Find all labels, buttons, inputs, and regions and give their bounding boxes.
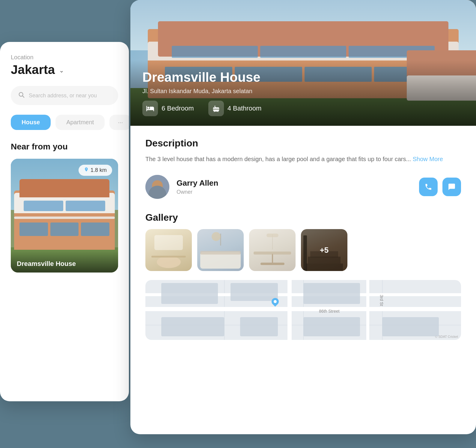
contact-buttons — [419, 178, 461, 196]
bathroom-label: 4 Bathroom — [228, 105, 262, 112]
show-more-link[interactable]: Show More — [413, 156, 443, 162]
description-text: The 3 level house that has a modern desi… — [145, 154, 461, 164]
map-street-label-1: 86th Street — [319, 309, 340, 314]
distance-text: 1.8 km — [91, 167, 107, 173]
gallery-item-3[interactable] — [249, 229, 296, 271]
gallery-grid: +5 — [145, 229, 461, 271]
distance-badge: 1.8 km — [79, 165, 112, 176]
gallery-item-1[interactable] — [145, 229, 192, 271]
left-panel: Location Jakarta ⌄ Search address, or ne… — [0, 42, 129, 401]
tab-apartment[interactable]: Apartment — [55, 115, 105, 130]
owner-info: Garry Allen Owner — [177, 178, 412, 195]
location-label: Location — [11, 54, 118, 61]
property-card[interactable]: 1.8 km Dreamsville House — [11, 159, 118, 273]
bedroom-feature: 6 Bedroom — [142, 101, 194, 116]
owner-role: Owner — [177, 189, 412, 195]
gallery-more-overlay: +5 — [301, 229, 347, 271]
gallery-item-2[interactable] — [197, 229, 244, 271]
right-content: Description The 3 level house that has a… — [130, 126, 476, 352]
map-street-label-2: 3rd St — [379, 295, 384, 306]
filter-tabs: House Apartment ··· — [11, 115, 118, 130]
hero-title: Dreamsville House — [142, 70, 464, 85]
bathroom-feature: 4 Bathroom — [208, 101, 262, 116]
owner-avatar — [145, 175, 169, 199]
search-bar[interactable]: Search address, or near you — [11, 86, 118, 105]
svg-line-1 — [22, 96, 24, 97]
bedroom-label: 6 Bedroom — [162, 105, 194, 112]
near-section-title: Near from you — [11, 142, 118, 152]
hero-features: 6 Bedroom 4 Bathroom — [142, 101, 464, 116]
owner-row: Garry Allen Owner — [145, 175, 461, 199]
tab-other[interactable]: ··· — [109, 115, 129, 130]
phone-button[interactable] — [419, 178, 438, 196]
hero-image: Dreamsville House Jl. Sultan Iskandar Mu… — [130, 0, 476, 126]
city-name: Jakarta — [11, 63, 55, 77]
chat-button[interactable] — [442, 178, 461, 196]
hero-overlay: Dreamsville House Jl. Sultan Iskandar Mu… — [130, 60, 476, 126]
owner-name: Garry Allen — [177, 178, 412, 188]
search-icon — [18, 91, 25, 100]
gallery-title: Gallery — [145, 212, 461, 223]
gallery-more-count: +5 — [320, 246, 329, 255]
description-body: The 3 level house that has a modern desi… — [145, 156, 411, 162]
hero-address: Jl. Sultan Iskandar Muda, Jakarta selata… — [142, 88, 464, 95]
pin-icon — [84, 167, 89, 173]
bedroom-icon — [142, 101, 158, 116]
bathroom-icon — [208, 101, 224, 116]
gallery-item-4[interactable]: +5 — [301, 229, 347, 271]
location-row[interactable]: Jakarta ⌄ — [11, 63, 118, 77]
map-area: 86th Street 3rd St © SDAT Cricket — [145, 280, 461, 340]
property-title: Dreamsville House — [11, 251, 118, 273]
description-title: Description — [145, 138, 461, 149]
tab-house[interactable]: House — [11, 115, 51, 130]
right-panel: Dreamsville House Jl. Sultan Iskandar Mu… — [130, 0, 476, 434]
chevron-down-icon[interactable]: ⌄ — [58, 67, 65, 74]
search-placeholder: Search address, or near you — [29, 93, 97, 99]
